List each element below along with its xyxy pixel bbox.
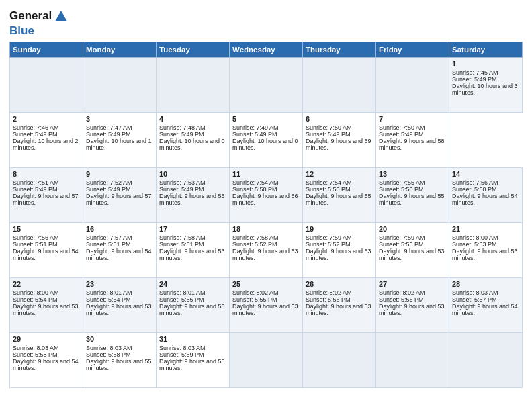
sunset: Sunset: 5:54 PM: [86, 296, 131, 303]
day-cell-20: 20Sunrise: 7:59 AMSunset: 5:53 PMDayligh…: [376, 222, 449, 277]
sunset: Sunset: 5:51 PM: [13, 241, 58, 248]
daylight: Daylight: 9 hours and 55 minutes.: [379, 193, 445, 206]
sunset: Sunset: 5:49 PM: [232, 131, 277, 138]
sunrise: Sunrise: 7:52 AM: [86, 179, 132, 186]
sunrise: Sunrise: 7:51 AM: [13, 179, 59, 186]
sunrise: Sunrise: 7:46 AM: [13, 124, 59, 131]
day-number: 12: [306, 170, 373, 178]
day-number: 20: [379, 225, 446, 233]
day-number: 8: [13, 170, 80, 178]
sunset: Sunset: 5:58 PM: [86, 351, 131, 358]
daylight: Daylight: 9 hours and 56 minutes.: [232, 193, 298, 206]
day-cell-29: 29Sunrise: 8:03 AMSunset: 5:58 PMDayligh…: [10, 332, 83, 387]
header-cell-saturday: Saturday: [449, 42, 523, 57]
sunset: Sunset: 5:49 PM: [379, 131, 424, 138]
daylight: Daylight: 9 hours and 55 minutes.: [159, 358, 225, 371]
sunrise: Sunrise: 7:58 AM: [159, 234, 206, 241]
day-number: 10: [159, 170, 226, 178]
daylight: Daylight: 9 hours and 53 minutes.: [13, 303, 79, 316]
sunrise: Sunrise: 7:55 AM: [379, 179, 425, 186]
sunset: Sunset: 5:56 PM: [306, 296, 351, 303]
day-cell-30: 30Sunrise: 8:03 AMSunset: 5:58 PMDayligh…: [83, 332, 157, 387]
daylight: Daylight: 9 hours and 57 minutes.: [86, 193, 152, 206]
header-cell-thursday: Thursday: [303, 42, 376, 57]
sunset: Sunset: 5:52 PM: [306, 241, 351, 248]
sunrise: Sunrise: 7:54 AM: [306, 179, 352, 186]
day-cell-16: 16Sunrise: 7:57 AMSunset: 5:51 PMDayligh…: [83, 222, 157, 277]
day-number: 26: [306, 280, 373, 288]
day-number: 22: [13, 280, 80, 288]
empty-cell: [303, 57, 376, 112]
sunset: Sunset: 5:56 PM: [379, 296, 424, 303]
week-row-0: 1Sunrise: 7:45 AMSunset: 5:49 PMDaylight…: [10, 57, 523, 112]
sunset: Sunset: 5:49 PM: [86, 131, 131, 138]
sunrise: Sunrise: 7:50 AM: [379, 124, 425, 131]
week-row-5: 29Sunrise: 8:03 AMSunset: 5:58 PMDayligh…: [10, 332, 523, 387]
sunrise: Sunrise: 8:03 AM: [452, 289, 498, 296]
daylight: Daylight: 9 hours and 54 minutes.: [452, 303, 518, 316]
sunrise: Sunrise: 7:53 AM: [159, 179, 206, 186]
day-cell-26: 26Sunrise: 8:02 AMSunset: 5:56 PMDayligh…: [303, 277, 376, 332]
sunset: Sunset: 5:51 PM: [159, 241, 204, 248]
sunrise: Sunrise: 7:56 AM: [13, 234, 59, 241]
svg-marker-0: [55, 11, 67, 21]
sunrise: Sunrise: 8:03 AM: [159, 345, 206, 351]
day-number: 27: [379, 280, 446, 288]
day-cell-11: 11Sunrise: 7:54 AMSunset: 5:50 PMDayligh…: [230, 167, 303, 222]
daylight: Daylight: 9 hours and 53 minutes.: [452, 248, 518, 261]
header-cell-friday: Friday: [376, 42, 449, 57]
empty-cell: [449, 332, 523, 387]
sunrise: Sunrise: 8:02 AM: [379, 289, 425, 296]
sunset: Sunset: 5:57 PM: [452, 296, 497, 303]
day-cell-4: 4Sunrise: 7:48 AMSunset: 5:49 PMDaylight…: [157, 112, 230, 167]
sunset: Sunset: 5:49 PM: [13, 186, 58, 193]
day-cell-5: 5Sunrise: 7:49 AMSunset: 5:49 PMDaylight…: [230, 112, 303, 167]
daylight: Daylight: 10 hours and 0 minutes.: [232, 138, 298, 151]
sunset: Sunset: 5:49 PM: [306, 131, 351, 138]
day-number: 3: [86, 115, 153, 123]
week-row-3: 15Sunrise: 7:56 AMSunset: 5:51 PMDayligh…: [10, 222, 523, 277]
day-number: 9: [86, 170, 153, 178]
logo-line1: General: [9, 9, 69, 24]
header-cell-tuesday: Tuesday: [157, 42, 230, 57]
day-cell-13: 13Sunrise: 7:55 AMSunset: 5:50 PMDayligh…: [376, 167, 449, 222]
sunrise: Sunrise: 8:02 AM: [306, 289, 352, 296]
day-number: 14: [452, 170, 519, 178]
day-number: 6: [306, 115, 373, 123]
day-number: 18: [232, 225, 300, 233]
day-number: 28: [452, 280, 519, 288]
day-number: 31: [159, 335, 226, 343]
daylight: Daylight: 10 hours and 2 minutes.: [13, 138, 79, 151]
day-cell-2: 2Sunrise: 7:46 AMSunset: 5:49 PMDaylight…: [10, 112, 83, 167]
day-number: 4: [159, 115, 226, 123]
day-number: 24: [159, 280, 226, 288]
sunset: Sunset: 5:55 PM: [232, 296, 277, 303]
empty-cell: [83, 57, 157, 112]
sunset: Sunset: 5:49 PM: [13, 131, 58, 138]
sunrise: Sunrise: 7:49 AM: [232, 124, 279, 131]
daylight: Daylight: 9 hours and 59 minutes.: [306, 138, 371, 151]
sunset: Sunset: 5:49 PM: [452, 76, 497, 83]
day-cell-21: 21Sunrise: 8:00 AMSunset: 5:53 PMDayligh…: [449, 222, 523, 277]
calendar-header: SundayMondayTuesdayWednesdayThursdayFrid…: [10, 42, 523, 57]
empty-cell: [10, 57, 83, 112]
empty-cell: [157, 57, 230, 112]
day-cell-31: 31Sunrise: 8:03 AMSunset: 5:59 PMDayligh…: [157, 332, 230, 387]
sunrise: Sunrise: 8:00 AM: [13, 289, 59, 296]
day-cell-14: 14Sunrise: 7:56 AMSunset: 5:50 PMDayligh…: [449, 167, 523, 222]
sunrise: Sunrise: 7:48 AM: [159, 124, 206, 131]
day-number: 16: [86, 225, 153, 233]
sunrise: Sunrise: 7:59 AM: [306, 234, 352, 241]
empty-cell: [303, 332, 376, 387]
day-number: 23: [86, 280, 153, 288]
sunset: Sunset: 5:54 PM: [13, 296, 58, 303]
daylight: Daylight: 9 hours and 53 minutes.: [379, 303, 445, 316]
logo: General Blue: [9, 9, 69, 38]
daylight: Daylight: 9 hours and 53 minutes.: [232, 303, 298, 316]
daylight: Daylight: 9 hours and 53 minutes.: [159, 248, 225, 261]
day-cell-7: 7Sunrise: 7:50 AMSunset: 5:49 PMDaylight…: [376, 112, 449, 167]
sunrise: Sunrise: 7:56 AM: [452, 179, 498, 186]
day-cell-28: 28Sunrise: 8:03 AMSunset: 5:57 PMDayligh…: [449, 277, 523, 332]
daylight: Daylight: 9 hours and 53 minutes.: [86, 303, 152, 316]
sunset: Sunset: 5:58 PM: [13, 351, 58, 358]
